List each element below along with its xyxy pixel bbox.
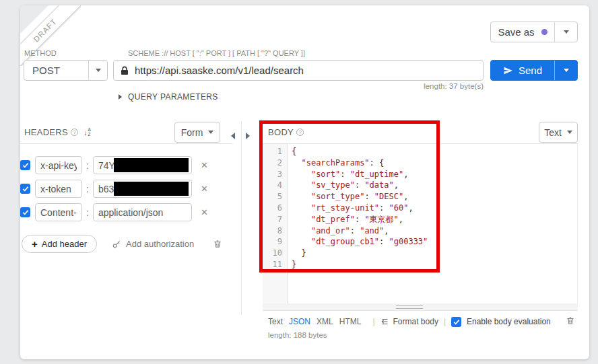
- redacted-value: [114, 158, 189, 172]
- header-name-input[interactable]: [35, 156, 82, 174]
- form-dropdown-label: Form: [181, 127, 203, 138]
- format-option-json[interactable]: JSON: [289, 317, 310, 326]
- format-lines-icon: [380, 318, 389, 326]
- add-header-label: Add header: [42, 239, 87, 249]
- header-value-field[interactable]: [93, 156, 192, 174]
- headers-panel: HEADERS ? ↓ AZ Form: [20, 121, 232, 144]
- body-length: length: 188 bytes: [268, 331, 327, 339]
- remove-header-icon[interactable]: ✕: [201, 207, 208, 217]
- header-enabled-checkbox[interactable]: [20, 184, 30, 194]
- enable-eval-label: Enable body evaluation: [467, 317, 551, 326]
- send-button[interactable]: Send: [490, 60, 578, 81]
- chevron-down-icon: [96, 69, 101, 72]
- headers-panel-header: HEADERS ? ↓ AZ Form: [20, 121, 232, 144]
- add-authorization-label: Add authorization: [126, 239, 194, 249]
- method-value[interactable]: POST: [24, 61, 88, 80]
- method-select[interactable]: POST: [24, 60, 108, 81]
- method-label: METHOD: [24, 49, 57, 57]
- delete-body-icon[interactable]: [566, 316, 575, 326]
- remove-header-icon[interactable]: ✕: [201, 184, 208, 194]
- delete-headers-icon[interactable]: [213, 239, 222, 249]
- enable-eval-checkbox[interactable]: [451, 317, 461, 327]
- body-footer: Text JSON XML HTML | Format body | Enabl…: [263, 314, 578, 329]
- paper-plane-icon: [503, 66, 513, 75]
- sort-alpha-icon[interactable]: ↓ AZ: [84, 128, 91, 137]
- url-input[interactable]: [135, 65, 476, 76]
- enable-eval-control: Enable body evaluation: [451, 317, 551, 327]
- api-tester-page: DRAFT Save as METHOD SCHEME :// HOST [ "…: [0, 0, 598, 364]
- header-enabled-checkbox[interactable]: [20, 160, 30, 170]
- url-length: length: 37 byte(s): [397, 82, 484, 90]
- lock-icon: [121, 66, 129, 75]
- header-row: : ✕: [20, 156, 232, 174]
- add-authorization-button[interactable]: Add authorization: [112, 239, 194, 249]
- body-panel-header: BODY ? Text: [263, 121, 578, 144]
- separator: |: [444, 317, 446, 326]
- plus-icon: +: [32, 238, 38, 250]
- header-enabled-checkbox[interactable]: [20, 207, 30, 217]
- body-type-dropdown[interactable]: Text: [539, 122, 578, 143]
- url-schema-label: SCHEME :// HOST [ ":" PORT ] [ PATH [ "?…: [128, 49, 305, 57]
- header-row: : ✕: [20, 203, 232, 221]
- save-as-caret[interactable]: [554, 22, 577, 42]
- header-value-field[interactable]: [93, 180, 192, 198]
- send-label: Send: [519, 65, 542, 76]
- triangle-right-icon: [119, 94, 122, 100]
- url-field[interactable]: [113, 60, 484, 81]
- remove-header-icon[interactable]: ✕: [201, 160, 208, 170]
- separator: |: [372, 317, 374, 326]
- help-icon[interactable]: ?: [71, 129, 78, 136]
- request-card: DRAFT Save as METHOD SCHEME :// HOST [ "…: [20, 5, 589, 359]
- header-value-input[interactable]: [94, 204, 191, 221]
- headers-actions: + Add header Add authorization: [22, 235, 222, 253]
- send-main[interactable]: Send: [491, 61, 554, 80]
- body-type-label: Text: [544, 127, 562, 138]
- body-panel: BODY ? Text 1234567891011 { "searchParam…: [263, 121, 578, 144]
- header-row: : ✕: [20, 180, 232, 198]
- chevron-down-icon: [208, 131, 213, 134]
- key-icon: [112, 240, 121, 249]
- collapse-left-icon[interactable]: [231, 133, 235, 139]
- format-option-xml[interactable]: XML: [317, 317, 333, 326]
- scrollbar-grip[interactable]: [396, 305, 423, 309]
- headers-form-dropdown[interactable]: Form: [174, 122, 220, 143]
- chevron-down-icon: [567, 131, 572, 134]
- send-caret[interactable]: [554, 61, 577, 80]
- chevron-down-icon: [564, 69, 569, 72]
- body-editor[interactable]: 1234567891011 { "searchParams": { "sort"…: [263, 144, 578, 303]
- editor-gutter: 1234567891011: [263, 144, 288, 303]
- query-parameters-label: QUERY PARAMETERS: [128, 92, 218, 102]
- query-parameters-toggle[interactable]: QUERY PARAMETERS: [119, 92, 218, 102]
- help-icon[interactable]: ?: [296, 129, 304, 136]
- header-name-input[interactable]: [35, 203, 82, 221]
- header-name-input[interactable]: [35, 180, 82, 198]
- headers-title: HEADERS: [24, 127, 68, 137]
- panel-splitter[interactable]: [241, 121, 242, 315]
- unsaved-dot-icon: [541, 29, 547, 35]
- save-as-button[interactable]: Save as: [490, 22, 578, 42]
- colon-separator: :: [86, 160, 89, 171]
- colon-separator: :: [86, 207, 89, 218]
- format-body-label: Format body: [393, 317, 438, 326]
- collapse-right-icon[interactable]: [246, 133, 250, 139]
- format-option-html[interactable]: HTML: [339, 317, 362, 326]
- colon-separator: :: [86, 184, 89, 194]
- chevron-down-icon: [564, 30, 569, 34]
- editor-hscrollbar[interactable]: [263, 303, 578, 311]
- editor-code[interactable]: { "searchParams": { "sort": "dt_uptime",…: [288, 144, 577, 303]
- body-title: BODY: [268, 127, 294, 137]
- format-body-button[interactable]: Format body: [380, 317, 438, 326]
- redacted-value: [114, 182, 189, 196]
- header-value-field[interactable]: [93, 203, 192, 221]
- add-header-button[interactable]: + Add header: [22, 235, 97, 253]
- save-as-main[interactable]: Save as: [491, 22, 554, 42]
- format-option-text[interactable]: Text: [268, 317, 283, 326]
- method-caret[interactable]: [88, 61, 107, 80]
- save-as-label: Save as: [498, 26, 534, 38]
